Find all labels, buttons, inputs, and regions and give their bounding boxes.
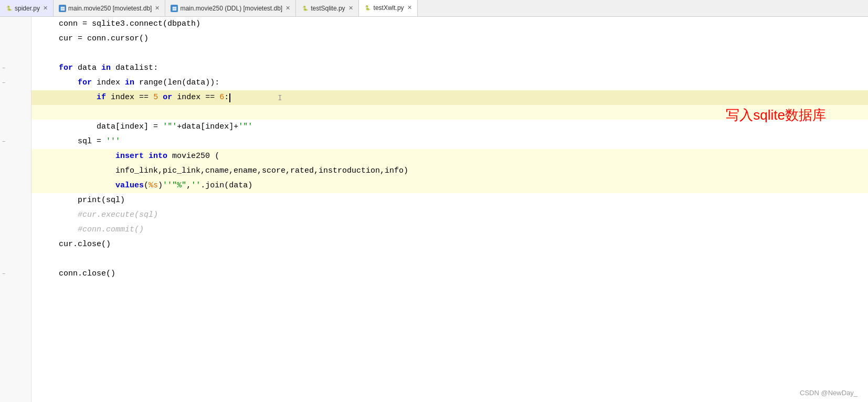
gutter-row-13 (0, 193, 31, 208)
tab-movie250[interactable]: ▤ main.movie250 [movietest.db] ✕ (54, 0, 165, 17)
tab-bar: 🐍 spider.py ✕ ▤ main.movie250 [movietest… (0, 0, 868, 17)
code-line-4: for data in datalist: (31, 61, 868, 76)
code-line-14: #cur.execute(sql) (31, 208, 868, 223)
gutter-row-16 (0, 237, 31, 252)
code-line-16: cur.close() (31, 237, 868, 252)
tab-db-icon-1: ▤ (59, 5, 66, 12)
tab-close-movie250[interactable]: ✕ (155, 5, 160, 12)
gutter: − − − − (0, 17, 31, 402)
fold-icon-9: − (2, 139, 5, 145)
editor-area: − − − − conn = sqlite3.connect(dbpath) (0, 17, 868, 402)
code-line-2: cur = conn.cursor() (31, 31, 868, 46)
tab-movie250ddl[interactable]: ▤ main.movie250 (DDL) [movietest.db] ✕ (165, 0, 296, 17)
fold-icon-18: − (2, 271, 5, 277)
code-line-17 (31, 252, 868, 267)
code-line-10: insert into movie250 ( (31, 149, 868, 164)
gutter-row-14 (0, 208, 31, 223)
gutter-row-1 (0, 17, 31, 31)
gutter-row-17 (0, 252, 31, 267)
code-line-1: conn = sqlite3.connect(dbpath) (31, 17, 868, 31)
code-line-18: conn.close() (31, 267, 868, 281)
tab-py-icon-3: 🐍 (364, 4, 372, 12)
code-line-7 (31, 105, 868, 120)
fold-icon-5: − (2, 80, 5, 86)
tab-testXwlt[interactable]: 🐍 testXwlt.py ✕ (359, 0, 418, 17)
gutter-row-9: − (0, 134, 31, 149)
gutter-row-5: − (0, 76, 31, 90)
code-line-12: values(%s)''"%",''.join(data) (31, 178, 868, 193)
gutter-row-2 (0, 31, 31, 46)
gutter-row-10 (0, 149, 31, 164)
gutter-row-15 (0, 223, 31, 237)
code-area[interactable]: conn = sqlite3.connect(dbpath) cur = con… (31, 17, 868, 402)
gutter-row-7 (0, 105, 31, 120)
gutter-row-18: − (0, 267, 31, 281)
tab-py-icon: 🐍 (5, 5, 13, 12)
tab-label-spider: spider.py (15, 5, 40, 12)
gutter-row-6 (0, 90, 31, 105)
code-line-13: print(sql) (31, 193, 868, 208)
gutter-row-11 (0, 164, 31, 178)
tab-close-spider[interactable]: ✕ (43, 5, 48, 12)
code-line-15: #conn.commit() (31, 223, 868, 237)
tab-testSqlite[interactable]: 🐍 testSqlite.py ✕ (296, 0, 358, 17)
tab-label-movie250: main.movie250 [movietest.db] (68, 5, 152, 12)
code-line-3 (31, 46, 868, 61)
branding: CSDN @NewDay_ (800, 389, 858, 397)
tab-close-movie250ddl[interactable]: ✕ (285, 5, 290, 12)
code-line-5: for index in range(len(data)): (31, 76, 868, 90)
code-line-8: data[index] = '"'+data[index]+'"' (31, 120, 868, 134)
gutter-row-3 (0, 46, 31, 61)
gutter-row-8 (0, 120, 31, 134)
code-line-6: if index == 5 or index == 6: I (31, 90, 868, 105)
tab-close-testSqlite[interactable]: ✕ (348, 5, 353, 12)
tab-close-testXwlt[interactable]: ✕ (407, 4, 412, 11)
code-line-11: info_link,pic_link,cname,ename,score,rat… (31, 164, 868, 178)
tab-py-icon-2: 🐍 (301, 5, 309, 12)
gutter-row-12 (0, 178, 31, 193)
code-line-9: sql = ''' (31, 134, 868, 149)
gutter-row-4: − (0, 61, 31, 76)
fold-icon-4: − (2, 66, 5, 71)
tab-db-icon-2: ▤ (171, 5, 178, 12)
tab-label-testXwlt: testXwlt.py (374, 4, 404, 12)
tab-label-testSqlite: testSqlite.py (311, 5, 345, 12)
tab-label-movie250ddl: main.movie250 (DDL) [movietest.db] (180, 5, 282, 12)
tab-spider[interactable]: 🐍 spider.py ✕ (0, 0, 54, 17)
